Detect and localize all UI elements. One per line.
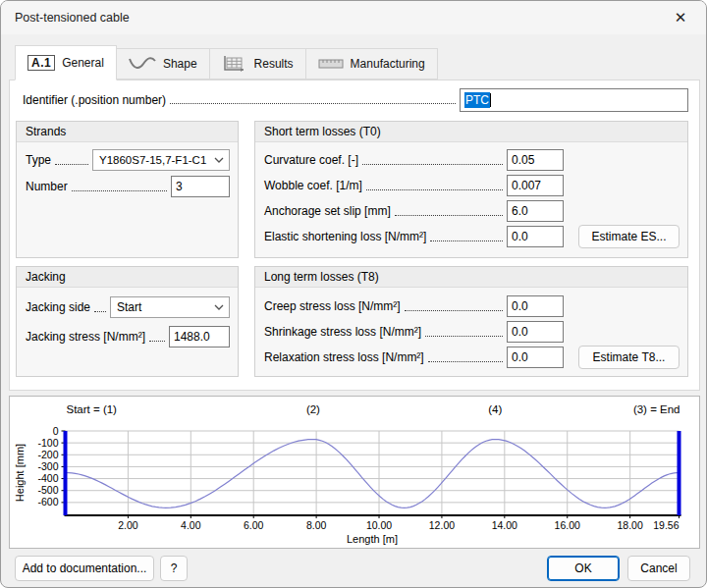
short-term-losses-title: Short term losses (T0) [255,122,687,142]
svg-text:4.00: 4.00 [181,519,201,531]
chevron-down-icon [214,157,224,164]
jacking-stress-label: Jacking stress [N/mm²] [26,330,145,344]
jacking-side-label: Jacking side [26,300,90,314]
a1-badge-icon: A.1 [27,55,55,71]
elastic-shortening-label: Elastic shortening loss [N/mm²] [264,230,426,243]
identifier-input[interactable]: PTC [460,88,688,112]
anchorage-set-slip-row: Anchorage set slip [mm] [264,200,680,222]
tab-shape[interactable]: Shape [117,48,210,80]
jacking-groupbox: Jacking Jacking side Start Jacking stres… [16,266,239,377]
title-bar: Post-tensioned cable ✕ [1,1,706,34]
dotted-leader [430,241,503,241]
short-term-losses-groupbox: Short term losses (T0) Curvature coef. [… [254,121,688,258]
add-to-documentation-button[interactable]: Add to documentation... [15,556,154,581]
dotted-leader [405,310,503,311]
svg-text:2.00: 2.00 [118,519,138,531]
svg-text:8.00: 8.00 [306,519,327,531]
post-tensioned-cable-dialog: Post-tensioned cable ✕ A.1 General Shape [0,0,707,588]
relaxation-stress-row: Relaxation stress loss [N/mm²] Estimate … [264,347,680,368]
chevron-down-icon [214,304,224,311]
curvature-coef-input[interactable] [507,149,564,171]
tab-general-label: General [62,56,104,70]
strand-number-input[interactable] [171,176,230,197]
svg-text:-300: -300 [37,460,58,472]
strand-type-label: Type [26,153,51,167]
dotted-leader [366,189,503,190]
svg-text:-600: -600 [37,496,58,508]
anchorage-set-slip-label: Anchorage set slip [mm] [264,204,391,218]
svg-text:-400: -400 [37,472,58,484]
svg-text:6.00: 6.00 [244,519,264,531]
dotted-leader [170,103,456,104]
svg-text:19.56: 19.56 [653,519,679,531]
dotted-leader [149,341,165,342]
jacking-side-dropdown[interactable]: Start [110,296,230,318]
jacking-side-value: Start [117,300,141,314]
curvature-coef-label: Curvature coef. [-] [264,153,358,167]
creep-stress-row: Creep stress loss [N/mm²] [264,295,680,317]
cancel-button[interactable]: Cancel [627,556,690,581]
shrinkage-stress-label: Shrinkage stress loss [N/mm²] [264,325,421,339]
tab-manufacturing-label: Manufacturing [351,57,425,71]
jacking-side-row: Jacking side Start [26,296,230,318]
text-caret [490,93,491,107]
button-slot: Estimate T8... [564,346,680,369]
elastic-shortening-row: Elastic shortening loss [N/mm²] Estimate… [264,226,680,247]
dotted-leader [72,190,167,191]
wobble-coef-row: Wobble coef. [1/m] [264,175,680,196]
elastic-shortening-input[interactable] [507,226,564,247]
svg-text:Length [m]: Length [m] [347,533,398,545]
wobble-coef-input[interactable] [507,175,564,196]
ok-button[interactable]: OK [547,556,620,581]
shrinkage-stress-row: Shrinkage stress loss [N/mm²] [264,321,680,343]
help-button[interactable]: ? [160,556,188,581]
button-slot: Estimate ES... [564,225,680,248]
svg-text:Height [mm]: Height [mm] [14,444,26,502]
strands-title: Strands [17,122,238,142]
anchorage-set-slip-input[interactable] [507,200,564,222]
dotted-leader [94,311,106,312]
tab-results[interactable]: Results [210,48,306,80]
tab-results-label: Results [254,57,294,71]
jacking-title: Jacking [17,267,238,288]
tab-general[interactable]: A.1 General [15,45,117,80]
strands-groupbox: Strands Type Y1860S7-15,7-F1-C1 Number [16,121,239,258]
curve-icon [129,55,156,73]
estimate-es-button[interactable]: Estimate ES... [578,225,680,248]
svg-text:(3) = End: (3) = End [633,403,680,415]
identifier-selected-text: PTC [464,92,490,108]
strand-type-row: Type Y1860S7-15,7-F1-C1 [26,149,230,171]
shrinkage-stress-input[interactable] [507,321,564,343]
long-term-losses-title: Long term losses (T8) [255,267,687,288]
tab-manufacturing[interactable]: Manufacturing [306,48,438,80]
dialog-title: Post-tensioned cable [1,11,130,25]
dotted-leader [425,336,503,337]
estimate-t8-button[interactable]: Estimate T8... [578,346,680,369]
curvature-coef-row: Curvature coef. [-] [264,149,680,171]
strand-number-label: Number [26,180,68,193]
svg-text:Start = (1): Start = (1) [67,403,118,415]
svg-text:16.00: 16.00 [555,519,580,531]
identifier-row: Identifier (.position number) PTC [23,87,688,112]
relaxation-stress-label: Relaxation stress loss [N/mm²] [264,350,424,364]
tab-strip: A.1 General Shape Results [15,45,438,80]
dotted-leader [55,164,88,165]
svg-text:-100: -100 [37,437,58,449]
strand-type-dropdown[interactable]: Y1860S7-15,7-F1-C1 [92,149,230,171]
svg-text:10.00: 10.00 [366,519,392,531]
ruler-icon [318,57,344,71]
close-icon[interactable]: ✕ [661,3,700,32]
strand-type-value: Y1860S7-15,7-F1-C1 [99,154,206,166]
svg-text:14.00: 14.00 [492,519,517,531]
svg-text:-500: -500 [37,484,58,496]
relaxation-stress-input[interactable] [507,347,564,368]
cable-profile-chart: 0-100-200-300-400-500-6002.004.006.008.0… [9,396,700,549]
dotted-leader [428,361,503,362]
dotted-leader [362,164,503,165]
svg-text:18.00: 18.00 [618,519,643,531]
jacking-stress-input[interactable] [169,326,230,347]
table-chart-icon [222,54,247,74]
svg-text:0: 0 [53,425,59,437]
tab-shape-label: Shape [163,57,197,71]
creep-stress-input[interactable] [507,295,564,317]
